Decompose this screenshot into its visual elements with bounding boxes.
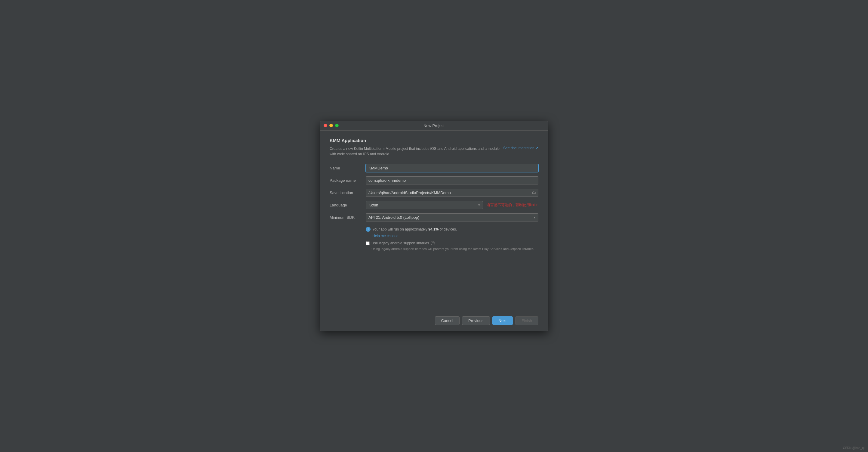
language-row-inner: Kotlin ▼ 语言是不可选的，强制使用kotlin [366, 201, 538, 209]
legacy-row: Use legacy android.support libraries ? U… [366, 241, 538, 251]
language-note: 语言是不可选的，强制使用kotlin [487, 203, 538, 208]
page-title: KMM Application [330, 138, 538, 143]
save-location-input[interactable] [366, 189, 538, 197]
footer: Cancel Previous Next Finish [320, 311, 548, 331]
new-project-window: New Project KMM Application Creates a ne… [320, 121, 548, 332]
package-input[interactable] [366, 176, 538, 184]
name-field [366, 164, 538, 172]
language-row: Language Kotlin ▼ 语言是不可选的，强制使用kotlin [330, 201, 538, 209]
main-content: KMM Application Creates a new Kotlin Mul… [320, 130, 548, 258]
save-location-row: Save location 🗂 [330, 189, 538, 197]
legacy-title: Use legacy android.support libraries ? [371, 241, 533, 245]
minimize-button[interactable] [329, 124, 333, 127]
sdk-info-row: i Your app will run on approximately 94.… [366, 227, 538, 232]
language-label: Language [330, 203, 366, 207]
project-form: Name Package name Save location 🗂 [330, 164, 538, 251]
close-button[interactable] [323, 124, 327, 127]
description-text: Creates a new Kotlin Multiplatform Mobil… [330, 146, 503, 157]
min-sdk-label: Minimum SDK [330, 215, 366, 220]
next-button[interactable]: Next [492, 316, 513, 325]
sdk-percent: 94.1% [428, 227, 438, 232]
language-select[interactable]: Kotlin [366, 201, 483, 209]
traffic-lights [323, 124, 339, 127]
question-icon[interactable]: ? [431, 241, 435, 245]
sdk-info-prefix: Your app will run on approximately [372, 227, 428, 232]
legacy-desc: Using legacy android.support libraries w… [371, 246, 533, 251]
name-input[interactable] [366, 164, 538, 172]
folder-icon[interactable]: 🗂 [532, 190, 536, 195]
maximize-button[interactable] [335, 124, 339, 127]
window-title: New Project [424, 123, 444, 128]
package-row: Package name [330, 176, 538, 184]
name-row: Name [330, 164, 538, 172]
package-label: Package name [330, 178, 366, 183]
package-field [366, 176, 538, 184]
save-location-field: 🗂 [366, 189, 538, 197]
language-field: Kotlin ▼ 语言是不可选的，强制使用kotlin [366, 201, 538, 209]
titlebar: New Project [320, 121, 548, 130]
min-sdk-row: Minimum SDK API 21: Android 5.0 (Lollipo… [330, 213, 538, 221]
see-documentation-link[interactable]: See documentation [503, 146, 538, 150]
name-label: Name [330, 166, 366, 170]
legacy-label-container: Use legacy android.support libraries ? U… [371, 241, 533, 251]
finish-button[interactable]: Finish [515, 316, 538, 325]
min-sdk-field: API 21: Android 5.0 (Lollipop) ▼ [366, 213, 538, 221]
min-sdk-select-wrapper: API 21: Android 5.0 (Lollipop) ▼ [366, 213, 538, 221]
legacy-title-text: Use legacy android.support libraries [371, 241, 429, 245]
cancel-button[interactable]: Cancel [435, 316, 460, 325]
sdk-help-section: i Your app will run on approximately 94.… [366, 227, 538, 238]
language-select-wrapper: Kotlin ▼ [366, 201, 483, 209]
description-row: Creates a new Kotlin Multiplatform Mobil… [330, 146, 538, 157]
save-location-label: Save location [330, 190, 366, 195]
previous-button[interactable]: Previous [462, 316, 490, 325]
sdk-info-suffix: of devices. [438, 227, 457, 232]
sdk-info-text: Your app will run on approximately 94.1%… [372, 227, 457, 232]
info-icon: i [366, 227, 371, 232]
min-sdk-select[interactable]: API 21: Android 5.0 (Lollipop) [366, 213, 538, 221]
legacy-checkbox[interactable] [366, 241, 370, 245]
help-me-choose-link[interactable]: Help me choose [372, 234, 399, 238]
watermark: CSDN @hao_qi [843, 446, 864, 450]
